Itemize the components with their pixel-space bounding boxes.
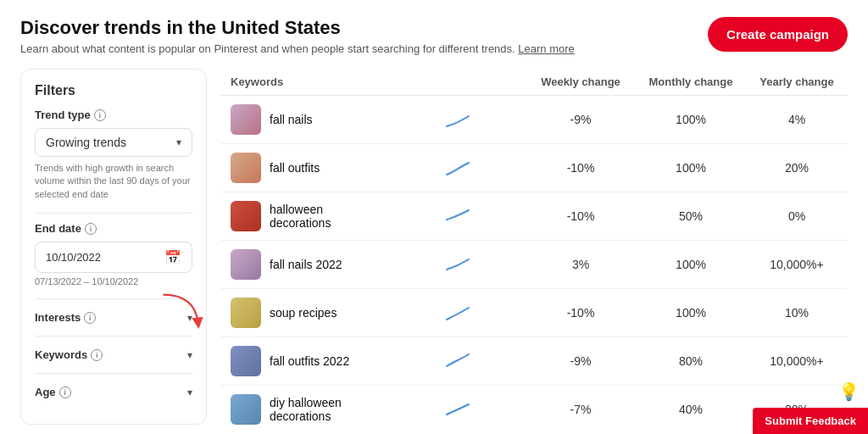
keyword-text: fall outfits 2022 [270, 354, 349, 368]
keyword-thumbnail [231, 249, 261, 280]
yearly-change: 0% [746, 192, 848, 241]
interests-info-icon[interactable]: i [84, 312, 96, 324]
table-row[interactable]: fall outfits -10% 100% 20% [220, 144, 848, 192]
page-title: Discover trends in the United States [20, 17, 575, 39]
end-date-input[interactable]: 10/10/2022 📅 [35, 242, 192, 273]
keywords-filter-row[interactable]: Keywords i ▾ [35, 345, 192, 364]
interests-label: Interests i [35, 311, 96, 324]
weekly-change: -10% [526, 144, 636, 192]
age-chevron-icon: ▾ [187, 387, 192, 398]
monthly-change: 100% [636, 241, 746, 289]
end-date-section: End date i 10/10/2022 📅 07/13/2022 – 10/… [35, 222, 192, 287]
end-date-label: End date i [35, 222, 192, 235]
trend-type-description: Trends with high growth in search volume… [35, 162, 192, 201]
learn-more-link[interactable]: Learn more [518, 42, 574, 55]
keywords-chevron-icon: ▾ [187, 349, 192, 361]
yearly-change: 10,000%+ [746, 337, 848, 386]
weekly-change: 3% [526, 241, 636, 289]
trend-type-value: Growing trends [46, 136, 126, 149]
sparkline-cell [390, 241, 526, 289]
trend-type-label: Trend type i [35, 108, 192, 121]
chevron-down-icon: ▾ [176, 136, 181, 148]
monthly-change: 40% [636, 386, 746, 426]
col-weekly: Weekly change [526, 69, 636, 96]
weekly-change: -10% [526, 289, 636, 337]
weekly-change: -9% [526, 96, 636, 144]
monthly-change: 100% [636, 96, 746, 144]
sparkline-cell [390, 289, 526, 337]
interests-filter-row[interactable]: Interests i ▾ [35, 308, 192, 327]
header-left: Discover trends in the United States Lea… [20, 17, 575, 55]
yearly-change: 20% [746, 144, 848, 192]
keywords-label: Keywords i [35, 348, 103, 361]
keyword-text: fall outfits [270, 161, 320, 175]
sparkline-cell [390, 386, 526, 426]
trends-table: Keywords Weekly change Monthly change Ye… [220, 69, 848, 425]
end-date-info-icon[interactable]: i [85, 223, 97, 235]
divider-3 [35, 336, 192, 337]
filters-title: Filters [35, 83, 192, 98]
keyword-thumbnail [231, 201, 261, 231]
trend-type-section: Trend type i Growing trends ▾ Trends wit… [35, 108, 192, 201]
age-label: Age i [35, 386, 71, 398]
page-wrapper: Discover trends in the United States Lea… [0, 0, 868, 434]
table-row[interactable]: fall nails 2022 3% 100% 10,000%+ [220, 241, 848, 289]
keyword-cell: halloween decorations [220, 192, 390, 241]
age-filter-row[interactable]: Age i ▾ [35, 382, 192, 402]
trends-table-wrapper: Keywords Weekly change Monthly change Ye… [220, 69, 848, 425]
weekly-change: -7% [526, 386, 636, 426]
monthly-change: 100% [636, 289, 746, 337]
keyword-text: fall nails [270, 113, 313, 126]
page-subtitle: Learn about what content is popular on P… [20, 42, 575, 55]
keywords-info-icon[interactable]: i [91, 349, 103, 361]
keyword-cell: fall nails 2022 [220, 241, 390, 289]
monthly-change: 100% [636, 144, 746, 192]
monthly-change: 80% [636, 337, 746, 386]
weekly-change: -10% [526, 192, 636, 241]
keyword-thumbnail [231, 394, 261, 425]
col-yearly: Yearly change [746, 69, 848, 96]
page-header: Discover trends in the United States Lea… [20, 17, 848, 55]
keyword-cell: fall outfits 2022 [220, 337, 390, 386]
submit-feedback-button[interactable]: Submit Feedback [753, 408, 868, 434]
sparkline-cell [390, 144, 526, 192]
keyword-thumbnail [231, 346, 261, 376]
yearly-change: 10% [746, 289, 848, 337]
filters-sidebar: Filters Trend type i Growing trends ▾ Tr… [20, 69, 207, 425]
table-row[interactable]: halloween decorations -10% 50% 0% [220, 192, 848, 241]
create-campaign-button[interactable]: Create campaign [708, 17, 848, 52]
sparkline-cell [390, 192, 526, 241]
age-info-icon[interactable]: i [59, 387, 71, 398]
keyword-text: diy halloween decorations [270, 396, 380, 423]
keyword-thumbnail [231, 104, 261, 135]
col-keywords: Keywords [220, 69, 390, 96]
keyword-text: fall nails 2022 [270, 258, 342, 271]
col-monthly: Monthly change [636, 69, 746, 96]
trend-type-dropdown[interactable]: Growing trends ▾ [35, 128, 192, 157]
weekly-change: -9% [526, 337, 636, 386]
sparkline-cell [390, 337, 526, 386]
table-row[interactable]: fall outfits 2022 -9% 80% 10,000%+ [220, 337, 848, 386]
keyword-thumbnail [231, 153, 261, 183]
sparkline-cell [390, 96, 526, 144]
keyword-cell: fall outfits [220, 144, 390, 192]
lightbulb-icon[interactable]: 💡 [838, 381, 860, 402]
keyword-cell: diy halloween decorations [220, 386, 390, 426]
date-range-text: 07/13/2022 – 10/10/2022 [35, 276, 192, 287]
col-sparkline [390, 69, 526, 96]
content-area: Filters Trend type i Growing trends ▾ Tr… [20, 69, 848, 434]
table-row[interactable]: fall nails -9% 100% 4% [220, 96, 848, 144]
yearly-change: 10,000%+ [746, 241, 848, 289]
keyword-cell: soup recipes [220, 289, 390, 337]
monthly-change: 50% [636, 192, 746, 241]
keyword-text: soup recipes [270, 306, 337, 320]
trend-type-info-icon[interactable]: i [94, 109, 106, 121]
keyword-cell: fall nails [220, 96, 390, 144]
table-row[interactable]: soup recipes -10% 100% 10% [220, 289, 848, 337]
yearly-change: 4% [746, 96, 848, 144]
keyword-thumbnail [231, 298, 261, 328]
end-date-value: 10/10/2022 [46, 251, 101, 264]
divider-4 [35, 373, 192, 374]
main-content: Keywords Weekly change Monthly change Ye… [220, 69, 848, 434]
interests-chevron-icon: ▾ [187, 312, 192, 324]
